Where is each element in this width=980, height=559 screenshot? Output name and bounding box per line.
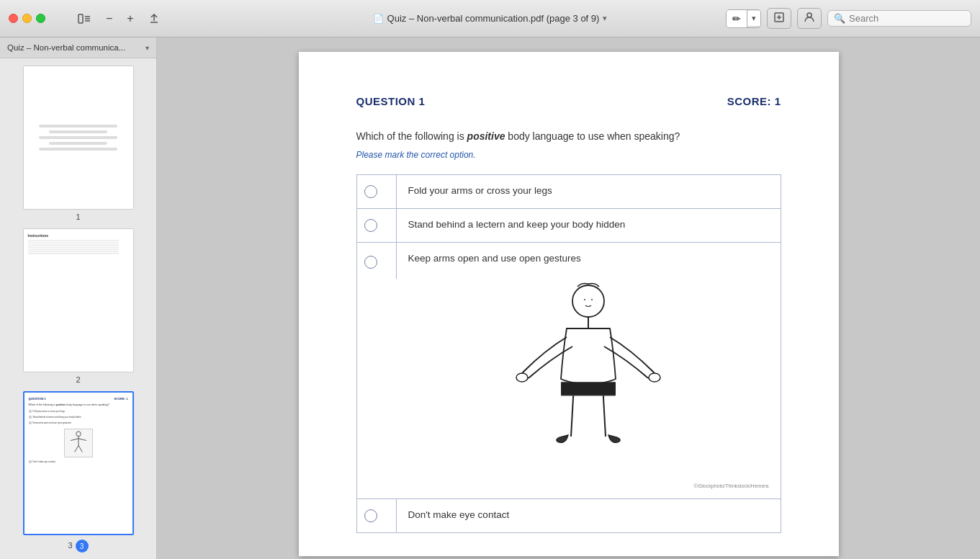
main-content: Quiz – Non-verbal communica... ▾ 1 <box>0 37 980 559</box>
search-box[interactable]: 🔍 <box>827 10 971 27</box>
score-label: SCORE: 1 <box>727 95 781 107</box>
svg-line-9 <box>78 438 86 440</box>
thumbnail-frame-3: QUESTION 1 SCORE: 1 Which of the followi… <box>23 391 134 535</box>
option-4-radio[interactable] <box>364 509 377 522</box>
option-1-text: Fold your arms or cross your legs <box>397 175 781 208</box>
thumb2-line1 <box>28 240 119 241</box>
user-button[interactable] <box>797 8 822 29</box>
thumbnail-frame-1 <box>23 66 134 210</box>
image-watermark: ©iStockphoto/Thinkstock/Hemera <box>408 483 769 488</box>
option-1-radio[interactable] <box>364 185 377 198</box>
pdf-viewer[interactable]: QUESTION 1 SCORE: 1 Which of the followi… <box>157 37 980 559</box>
option-3-content: Keep arms open and use open gestures <box>397 243 781 498</box>
pdf-icon: 📄 <box>373 14 384 24</box>
option-2-radio-cell[interactable] <box>357 209 397 242</box>
thumb2-line7 <box>28 253 119 254</box>
thumb1-line <box>39 125 117 128</box>
thumb1-line-short2 <box>49 142 108 145</box>
svg-line-10 <box>74 445 78 452</box>
sidebar: Quiz – Non-verbal communica... ▾ 1 <box>0 37 157 559</box>
search-input[interactable] <box>849 13 965 24</box>
svg-point-12 <box>572 285 604 317</box>
svg-rect-19 <box>561 383 616 395</box>
thumb3-question-label: QUESTION 1 <box>29 397 46 401</box>
question-text-part1: Which of the following is <box>356 130 467 142</box>
annotation-button[interactable]: ✏ ▾ <box>726 9 761 28</box>
option-1-radio-cell[interactable] <box>357 175 397 208</box>
svg-line-11 <box>78 445 82 452</box>
traffic-lights <box>9 14 45 23</box>
instruction-text: Please mark the correct option. <box>356 150 781 160</box>
thumb3-radio3 <box>29 421 32 424</box>
title-chevron-icon: ▾ <box>603 14 607 23</box>
thumb2-line3 <box>28 244 119 246</box>
page-badge-3: 3 <box>76 540 89 553</box>
thumb3-content: QUESTION 1 SCORE: 1 Which of the followi… <box>24 393 132 534</box>
minimize-button[interactable] <box>22 14 32 23</box>
thumb3-header: QUESTION 1 SCORE: 1 <box>29 397 128 401</box>
thumb2-line4 <box>28 246 119 248</box>
thumb3-opt1-text: Fold your arms or cross your legs <box>33 410 66 413</box>
zoom-out-button[interactable]: − <box>102 9 117 28</box>
thumbnail-label-2: 2 <box>76 375 80 384</box>
option-4-text: Don't make eye contact <box>397 499 781 532</box>
option-3-container: Keep arms open and use open gestures <box>356 242 781 498</box>
thumbnail-frame-2: Instructions <box>23 228 134 372</box>
thumb3-opt4: Don't make eye contact <box>29 460 128 463</box>
toolbar-left: − + <box>73 9 164 29</box>
svg-point-6 <box>76 431 80 436</box>
option-3-radio[interactable] <box>364 256 377 269</box>
close-button[interactable] <box>9 14 18 23</box>
svg-rect-0 <box>78 14 83 23</box>
search-icon: 🔍 <box>834 13 845 24</box>
option-4-container: Don't make eye contact <box>356 498 781 533</box>
thumb2-title: Instructions <box>28 233 129 238</box>
maximize-button[interactable] <box>36 14 45 23</box>
thumbnail-label-3: 3 <box>68 541 72 550</box>
export-icon <box>773 14 785 25</box>
thumbnail-page-2[interactable]: Instructions 2 <box>7 228 149 384</box>
thumb3-opt4-text: Don't make eye contact <box>33 460 55 463</box>
thumb3-opt3-text: Keep arms open and use open gestures <box>33 421 71 424</box>
open-arms-svg <box>509 278 667 465</box>
thumb2-line6 <box>28 251 119 252</box>
sidebar-chevron-icon: ▾ <box>145 44 149 52</box>
thumb3-score-label: SCORE: 1 <box>114 397 128 401</box>
thumb1-line2 <box>39 136 117 139</box>
thumbnail-page-1[interactable]: 1 <box>7 66 149 221</box>
thumb3-radio4 <box>29 460 32 463</box>
annotation-chevron-icon: ▾ <box>747 11 760 26</box>
thumb3-radio1 <box>29 410 32 413</box>
thumb1-line-short <box>49 130 108 133</box>
question-text-bold: positive <box>467 130 505 142</box>
question-text: Which of the following is positive body … <box>356 129 781 144</box>
toolbar-right: ✏ ▾ 🔍 <box>726 8 971 29</box>
thumb1-line3 <box>39 148 117 151</box>
thumb3-opt2-text: Stand behind a lectern and keep your bod… <box>33 416 81 419</box>
thumb3-opt3: Keep arms open and use open gestures <box>29 421 128 424</box>
thumb3-question-text: Which of the following is positive body … <box>29 403 128 406</box>
option-3-radio-cell[interactable] <box>357 243 397 279</box>
thumb2-line5 <box>28 249 119 250</box>
thumbnail-page-3[interactable]: QUESTION 1 SCORE: 1 Which of the followi… <box>7 391 149 553</box>
sidebar-toggle-icon <box>78 12 91 25</box>
svg-point-15 <box>649 373 660 382</box>
pen-icon: ✏ <box>727 10 747 27</box>
question-label: QUESTION 1 <box>356 95 426 107</box>
pdf-page: QUESTION 1 SCORE: 1 Which of the followi… <box>299 52 839 556</box>
zoom-in-button[interactable]: + <box>122 9 138 28</box>
option-2-radio[interactable] <box>364 219 377 232</box>
question-header: QUESTION 1 SCORE: 1 <box>356 95 781 107</box>
share-icon <box>148 13 160 24</box>
option-4-radio-cell[interactable] <box>357 499 397 532</box>
thumb3-opt2: Stand behind a lectern and keep your bod… <box>29 416 128 419</box>
window-title: Quiz – Non-verbal communication.pdf (pag… <box>387 13 600 24</box>
export-button[interactable] <box>767 8 791 29</box>
sidebar-toggle-button[interactable] <box>73 9 96 29</box>
thumb2-line2 <box>28 242 119 243</box>
svg-point-5 <box>807 13 812 17</box>
share-button[interactable] <box>144 10 164 27</box>
thumbnail-label-1: 1 <box>76 213 80 221</box>
option-1-container: Fold your arms or cross your legs <box>356 174 781 208</box>
title-bar: − + 📄 Quiz – Non-verbal communication.pd… <box>0 0 980 37</box>
